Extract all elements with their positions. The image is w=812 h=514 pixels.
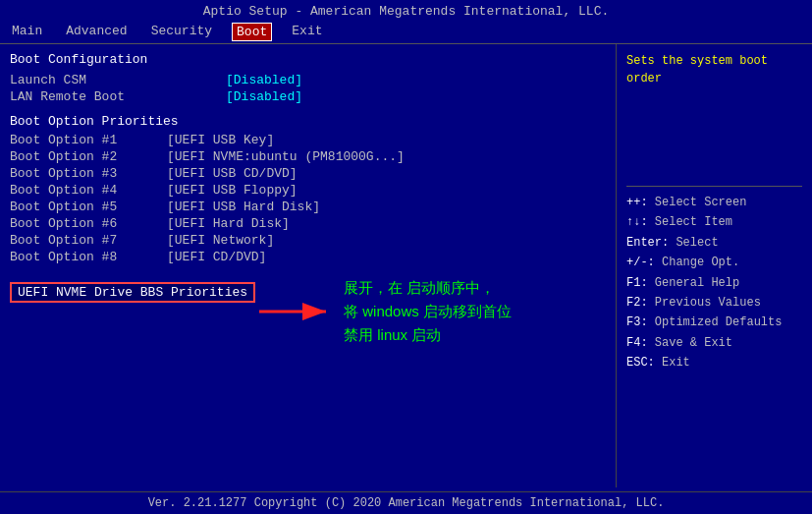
boot-option-6-label: Boot Option #6 [10,216,167,231]
left-panel: Boot Configuration Launch CSM [Disabled]… [0,44,616,487]
boot-option-4-value[interactable]: [UEFI USB Floppy] [167,183,298,198]
main-content: Boot Configuration Launch CSM [Disabled]… [0,44,812,487]
red-arrow-icon [259,300,338,323]
key-3: +/-: [626,256,655,269]
title-text: Aptio Setup - American Megatrends Intern… [203,4,609,19]
right-panel: Sets the system boot order ++: Select Sc… [616,44,812,487]
boot-option-8-label: Boot Option #8 [10,250,167,264]
key-hint-5: F2: Previous Values [626,293,802,313]
boot-option-3: Boot Option #3 [UEFI USB CD/DVD] [10,166,606,181]
config-launch-csm: Launch CSM [Disabled] [10,73,606,87]
section-title: Boot Configuration [10,52,606,67]
boot-option-1: Boot Option #1 [UEFI USB Key] [10,133,606,147]
menu-bar: Main Advanced Security Boot Exit [0,21,812,43]
key-0: ++: [626,196,648,209]
help-divider [626,186,802,187]
boot-option-5-label: Boot Option #5 [10,200,167,214]
key-hint-4: F1: General Help [626,273,802,293]
uefi-nvme-button[interactable]: UEFI NVME Drive BBS Priorities [10,282,255,303]
config-lan-remote-value[interactable]: [Disabled] [226,89,302,104]
title-bar: Aptio Setup - American Megatrends Intern… [0,0,812,21]
menu-boot[interactable]: Boot [232,23,272,41]
key-hint-7: F4: Save & Exit [626,333,802,353]
boot-option-5-value[interactable]: [UEFI USB Hard Disk] [167,200,320,214]
annotation-text: 展开，在 启动顺序中， 将 windows 启动移到首位 禁用 linux 启动 [344,276,512,347]
uefi-section: UEFI NVME Drive BBS Priorities 展开，在 启动顺序… [10,274,606,347]
boot-option-8-value[interactable]: [UEFI CD/DVD] [167,250,266,264]
menu-security[interactable]: Security [147,23,216,41]
annotation-line2: 将 windows 启动移到首位 [344,300,512,323]
key-hint-0: ++: Select Screen [626,193,802,212]
config-lan-remote: LAN Remote Boot [Disabled] [10,89,606,104]
key-hint-8: ESC: Exit [626,353,802,372]
boot-option-2: Boot Option #2 [UEFI NVME:ubuntu (PM8100… [10,149,606,164]
help-text: Sets the system boot order [626,52,802,87]
arrow-annotation: 展开，在 启动顺序中， 将 windows 启动移到首位 禁用 linux 启动 [259,276,512,347]
boot-option-6-value[interactable]: [UEFI Hard Disk] [167,216,290,231]
boot-option-4: Boot Option #4 [UEFI USB Floppy] [10,183,606,198]
key-help: ++: Select Screen ↑↓: Select Item Enter:… [626,193,802,373]
key-5: F2: [626,296,648,310]
config-lan-remote-label: LAN Remote Boot [10,89,226,104]
menu-main[interactable]: Main [8,23,46,41]
key-2: Enter: [626,236,669,250]
annotation-line1: 展开，在 启动顺序中， [344,276,512,300]
footer-text: Ver. 2.21.1277 Copyright (C) 2020 Americ… [148,496,665,510]
boot-option-6: Boot Option #6 [UEFI Hard Disk] [10,216,606,231]
boot-option-3-label: Boot Option #3 [10,166,167,181]
boot-option-7-value[interactable]: [UEFI Network] [167,233,274,248]
boot-option-4-label: Boot Option #4 [10,183,167,198]
boot-option-2-value[interactable]: [UEFI NVME:ubuntu (PM81000G...] [167,149,405,164]
boot-priorities-title: Boot Option Priorities [10,114,606,129]
key-7: F4: [626,336,648,350]
key-6: F3: [626,315,648,329]
boot-option-3-value[interactable]: [UEFI USB CD/DVD] [167,166,298,181]
config-launch-csm-value[interactable]: [Disabled] [226,73,302,87]
key-hint-3: +/-: Change Opt. [626,253,802,272]
menu-exit[interactable]: Exit [288,23,326,41]
menu-advanced[interactable]: Advanced [62,23,131,41]
annotation-line3: 禁用 linux 启动 [344,323,512,347]
boot-option-7: Boot Option #7 [UEFI Network] [10,233,606,248]
boot-option-2-label: Boot Option #2 [10,149,167,164]
boot-option-8: Boot Option #8 [UEFI CD/DVD] [10,250,606,264]
boot-option-7-label: Boot Option #7 [10,233,167,248]
key-hint-2: Enter: Select [626,233,802,253]
key-hint-6: F3: Optimized Defaults [626,313,802,332]
key-hint-1: ↑↓: Select Item [626,212,802,232]
key-1: ↑↓: [626,215,648,229]
boot-option-5: Boot Option #5 [UEFI USB Hard Disk] [10,200,606,214]
key-4: F1: [626,276,648,290]
footer: Ver. 2.21.1277 Copyright (C) 2020 Americ… [0,491,812,514]
key-8: ESC: [626,356,655,370]
boot-option-1-value[interactable]: [UEFI USB Key] [167,133,274,147]
config-launch-csm-label: Launch CSM [10,73,226,87]
boot-option-1-label: Boot Option #1 [10,133,167,147]
